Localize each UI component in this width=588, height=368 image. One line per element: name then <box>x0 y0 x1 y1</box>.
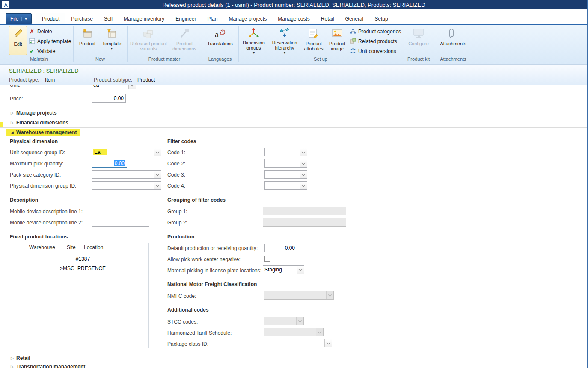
tab-engineer[interactable]: Engineer <box>170 13 202 24</box>
file-menu-button[interactable]: File ▾ <box>6 13 32 24</box>
unit-row-clipped: Unit: ea <box>0 85 180 91</box>
code4-combobox[interactable] <box>264 181 307 190</box>
unit-conversions-button[interactable]: Unit conversions <box>350 47 396 56</box>
expander-icon: ▷ <box>11 365 16 368</box>
dimension-groups-button[interactable]: Dimension groups ▾ <box>240 26 267 55</box>
tab-product[interactable]: Product <box>36 13 65 24</box>
dropdown-button-icon <box>154 171 161 178</box>
attachments-button[interactable]: Attachments <box>438 26 469 55</box>
package-class-combobox[interactable] <box>264 339 332 347</box>
unit-sequence-group-combobox[interactable]: Ea <box>92 148 161 156</box>
product-variants-icon <box>142 27 155 40</box>
validate-button[interactable]: ✔ Validate <box>29 47 55 56</box>
tab-retail[interactable]: Retail <box>315 13 340 24</box>
unit-sequence-group-label: Unit sequence group ID: <box>10 150 65 156</box>
tab-plan[interactable]: Plan <box>202 13 223 24</box>
app-icon[interactable] <box>2 1 9 8</box>
related-boxes-icon <box>350 38 356 45</box>
section-warehouse-management[interactable]: ◢ Warehouse management <box>0 127 587 137</box>
group2-label: Group 2: <box>167 220 187 226</box>
code2-combobox[interactable] <box>264 159 307 168</box>
group-label-new: New <box>74 56 126 62</box>
expander-icon: ▷ <box>11 356 16 360</box>
group-label-maintain: Maintain <box>6 56 71 62</box>
app-window: Released product details (1 - usmf) - Pr… <box>0 0 588 368</box>
dropdown-button-icon <box>300 182 307 189</box>
group-label-set-up: Set up <box>238 56 403 62</box>
mobile-description-line1-label: Mobile device description line 1: <box>10 209 83 215</box>
translations-icon: a <box>214 27 226 40</box>
maximum-pick-quantity-input[interactable]: 0.00 <box>92 159 127 168</box>
dropdown-button-icon <box>296 317 303 325</box>
pack-size-category-combobox[interactable] <box>92 170 161 179</box>
new-product-button[interactable]: Product <box>77 26 98 55</box>
product-type-value: Item <box>45 77 55 83</box>
pencil-icon <box>12 27 24 40</box>
group1-input <box>263 207 346 215</box>
product-box-star-icon <box>81 27 94 40</box>
price-label: Price: <box>10 96 23 102</box>
grid-col-warehouse[interactable]: Warehouse <box>27 243 65 252</box>
related-products-button[interactable]: Related products <box>350 37 397 46</box>
tab-manage-projects[interactable]: Manage projects <box>223 13 272 24</box>
group-label-attachments: Attachments <box>434 56 472 62</box>
section-transportation-management[interactable]: ▷ Transportation management <box>0 362 587 368</box>
released-product-variants-button: Released product variants <box>130 26 167 55</box>
select-all-checkbox[interactable] <box>19 245 24 250</box>
svg-text:a: a <box>215 31 219 38</box>
tab-sell[interactable]: Sell <box>98 13 118 24</box>
product-type-label: Product type: <box>9 77 39 83</box>
section-manage-projects[interactable]: ▷ Manage projects <box>0 108 587 118</box>
code1-combobox[interactable] <box>264 148 307 156</box>
product-categories-button[interactable]: Product categories <box>350 27 401 36</box>
default-production-quantity-input[interactable]: 0.00 <box>264 244 297 252</box>
mobile-description-line1-input[interactable] <box>92 207 149 215</box>
template-grid-icon <box>29 38 35 45</box>
template-box-star-icon <box>105 27 118 40</box>
grid-select-all-cell[interactable] <box>17 243 27 252</box>
expander-icon: ▷ <box>11 121 16 125</box>
tab-manage-costs[interactable]: Manage costs <box>272 13 315 24</box>
fixed-locations-grid[interactable]: Warehouse Site Location #1387 >MSG_PRESE… <box>17 243 149 348</box>
section-financial-dimensions[interactable]: ▷ Financial dimensions <box>0 118 587 127</box>
mobile-description-line2-label: Mobile device description line 2: <box>10 220 83 226</box>
grid-col-site[interactable]: Site <box>65 243 82 252</box>
configure-button: Configure <box>406 26 431 55</box>
grouping-filter-codes-heading: Grouping of filter codes <box>167 197 226 203</box>
package-class-label: Package class ID: <box>167 341 208 347</box>
new-template-button[interactable]: Template ▾ <box>100 26 124 55</box>
dropdown-caret-icon: ▾ <box>284 50 285 56</box>
group1-label: Group 1: <box>167 209 187 215</box>
highlighted-section-title: ◢ Warehouse management <box>6 129 80 136</box>
physical-dimension-group-combobox[interactable] <box>92 181 161 190</box>
apply-template-button[interactable]: Apply template <box>29 37 71 46</box>
hierarchy-diamonds-icon <box>278 27 291 39</box>
allow-pick-negative-checkbox[interactable] <box>264 256 270 262</box>
unit-combobox[interactable]: ea <box>92 85 136 89</box>
code3-combobox[interactable] <box>264 170 307 179</box>
pack-size-category-label: Pack size category ID: <box>10 172 61 178</box>
delete-button[interactable]: ✗ Delete <box>29 27 52 36</box>
tab-general[interactable]: General <box>340 13 369 24</box>
reservation-hierarchy-button[interactable]: Reservation hierarchy ▾ <box>269 26 300 55</box>
grid-col-location[interactable]: Location <box>82 243 148 252</box>
dropdown-button-icon <box>300 148 307 156</box>
selected-text: 0.00 <box>114 160 125 166</box>
dropdown-button-icon <box>326 291 333 299</box>
axes-3d-icon <box>247 27 260 39</box>
material-picking-select[interactable]: Staging <box>263 265 304 274</box>
product-attributes-button[interactable]: Product attributes <box>302 26 326 55</box>
tab-purchase[interactable]: Purchase <box>65 13 98 24</box>
product-image-button[interactable]: Product image <box>327 26 348 55</box>
dynamics-form-icon <box>3 2 9 8</box>
production-heading: Production <box>167 234 194 240</box>
tab-setup[interactable]: Setup <box>369 13 393 24</box>
default-production-quantity-label: Default production or receiving quantity… <box>167 245 258 251</box>
mobile-description-line2-input[interactable] <box>92 218 149 227</box>
price-input[interactable]: 0.00 <box>92 94 126 103</box>
tab-manage-inventory[interactable]: Manage inventory <box>118 13 170 24</box>
description-heading: Description <box>10 197 38 203</box>
edit-button[interactable]: Edit <box>9 26 27 55</box>
group-label-languages: Languages <box>202 56 238 62</box>
translations-button[interactable]: a Translations <box>205 26 235 55</box>
